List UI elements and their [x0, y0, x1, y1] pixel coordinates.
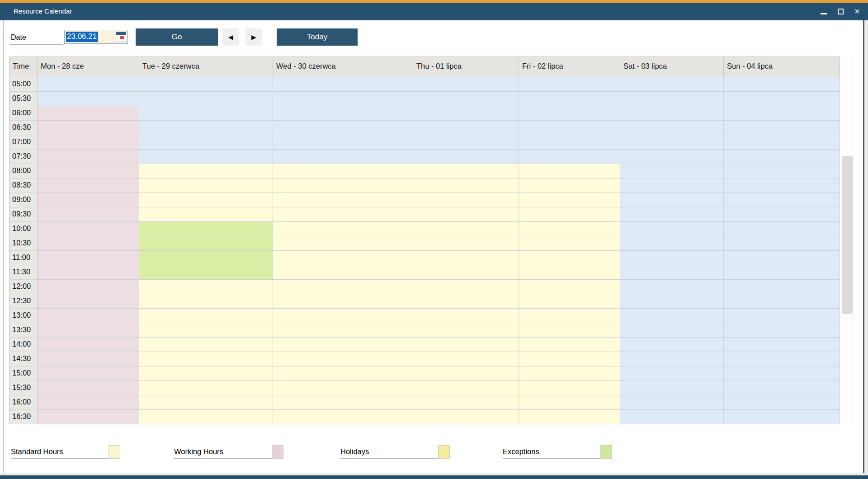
maximize-button[interactable] — [836, 7, 845, 16]
calendar-cell[interactable] — [724, 352, 840, 366]
calendar-cell[interactable] — [38, 265, 139, 280]
calendar-cell[interactable] — [620, 309, 724, 323]
today-button[interactable]: Today — [277, 28, 358, 46]
calendar-cell[interactable] — [413, 193, 519, 207]
calendar-cell[interactable] — [139, 294, 273, 309]
calendar-cell[interactable] — [724, 222, 840, 236]
calendar-cell[interactable] — [139, 178, 273, 193]
calendar-cell[interactable] — [273, 251, 413, 265]
calendar-cell[interactable] — [413, 265, 519, 280]
calendar-cell[interactable] — [273, 410, 413, 424]
calendar-cell[interactable] — [620, 164, 724, 178]
calendar-cell[interactable] — [620, 338, 724, 352]
calendar-cell[interactable] — [139, 366, 273, 381]
calendar-cell[interactable] — [620, 222, 724, 236]
calendar-cell[interactable] — [139, 338, 273, 352]
calendar-cell[interactable] — [139, 207, 273, 222]
minimize-button[interactable] — [819, 7, 828, 16]
calendar-cell[interactable] — [620, 178, 724, 193]
calendar-cell[interactable] — [620, 395, 724, 410]
calendar-cell[interactable] — [273, 236, 413, 251]
date-input[interactable]: 23.06.21 — [64, 30, 128, 44]
calendar-cell[interactable] — [519, 164, 620, 178]
calendar-cell[interactable] — [38, 338, 139, 352]
previous-week-button[interactable]: ◀ — [222, 28, 239, 46]
calendar-cell[interactable] — [413, 135, 519, 150]
calendar-cell[interactable] — [519, 280, 620, 294]
calendar-cell[interactable] — [724, 178, 840, 193]
calendar-cell[interactable] — [273, 106, 413, 121]
calendar-cell[interactable] — [139, 352, 273, 366]
calendar-cell[interactable] — [38, 164, 139, 178]
calendar-cell[interactable] — [519, 338, 620, 352]
calendar-cell[interactable] — [620, 251, 724, 265]
calendar-cell[interactable] — [139, 410, 273, 424]
calendar-cell[interactable] — [413, 106, 519, 121]
calendar-cell[interactable] — [724, 135, 840, 150]
calendar-cell[interactable] — [38, 410, 139, 424]
calendar-cell[interactable] — [139, 222, 273, 236]
calendar-cell[interactable] — [724, 410, 840, 424]
calendar-cell[interactable] — [519, 381, 620, 395]
calendar-cell[interactable] — [519, 178, 620, 193]
calendar-cell[interactable] — [38, 323, 139, 338]
calendar-cell[interactable] — [413, 395, 519, 410]
calendar-cell[interactable] — [724, 236, 840, 251]
calendar-cell[interactable] — [139, 309, 273, 323]
calendar-cell[interactable] — [273, 395, 413, 410]
calendar-cell[interactable] — [519, 395, 620, 410]
calendar-cell[interactable] — [139, 92, 273, 106]
calendar-cell[interactable] — [139, 77, 273, 92]
calendar-cell[interactable] — [519, 352, 620, 366]
calendar-cell[interactable] — [620, 106, 724, 121]
calendar-cell[interactable] — [38, 352, 139, 366]
calendar-cell[interactable] — [273, 135, 413, 150]
calendar-cell[interactable] — [620, 352, 724, 366]
calendar-cell[interactable] — [620, 92, 724, 106]
calendar-cell[interactable] — [139, 251, 273, 265]
calendar-cell[interactable] — [38, 77, 139, 92]
calendar-cell[interactable] — [273, 265, 413, 280]
calendar-cell[interactable] — [273, 352, 413, 366]
calendar-cell[interactable] — [38, 395, 139, 410]
calendar-cell[interactable] — [273, 366, 413, 381]
calendar-cell[interactable] — [413, 92, 519, 106]
calendar-cell[interactable] — [413, 352, 519, 366]
calendar-cell[interactable] — [724, 280, 840, 294]
calendar-cell[interactable] — [724, 323, 840, 338]
calendar-cell[interactable] — [273, 178, 413, 193]
calendar-cell[interactable] — [139, 193, 273, 207]
calendar-cell[interactable] — [139, 323, 273, 338]
calendar-cell[interactable] — [519, 309, 620, 323]
calendar-cell[interactable] — [724, 150, 840, 164]
vertical-scrollbar-thumb[interactable] — [842, 156, 853, 314]
calendar-cell[interactable] — [724, 395, 840, 410]
calendar-cell[interactable] — [273, 77, 413, 92]
calendar-cell[interactable] — [620, 150, 724, 164]
calendar-cell[interactable] — [38, 294, 139, 309]
calendar-cell[interactable] — [273, 150, 413, 164]
calendar-cell[interactable] — [273, 193, 413, 207]
calendar-cell[interactable] — [724, 193, 840, 207]
calendar-cell[interactable] — [38, 106, 139, 121]
calendar-cell[interactable] — [620, 280, 724, 294]
calendar-cell[interactable] — [38, 236, 139, 251]
calendar-cell[interactable] — [413, 150, 519, 164]
calendar-cell[interactable] — [413, 410, 519, 424]
calendar-cell[interactable] — [413, 236, 519, 251]
calendar-cell[interactable] — [620, 207, 724, 222]
calendar-cell[interactable] — [273, 381, 413, 395]
calendar-cell[interactable] — [519, 236, 620, 251]
calendar-cell[interactable] — [413, 294, 519, 309]
calendar-cell[interactable] — [620, 294, 724, 309]
calendar-cell[interactable] — [519, 150, 620, 164]
calendar-cell[interactable] — [273, 164, 413, 178]
calendar-cell[interactable] — [519, 193, 620, 207]
vertical-scrollbar[interactable] — [840, 56, 854, 424]
calendar-cell[interactable] — [273, 309, 413, 323]
calendar-cell[interactable] — [724, 92, 840, 106]
calendar-cell[interactable] — [724, 309, 840, 323]
calendar-cell[interactable] — [139, 135, 273, 150]
calendar-cell[interactable] — [519, 106, 620, 121]
calendar-cell[interactable] — [519, 77, 620, 92]
